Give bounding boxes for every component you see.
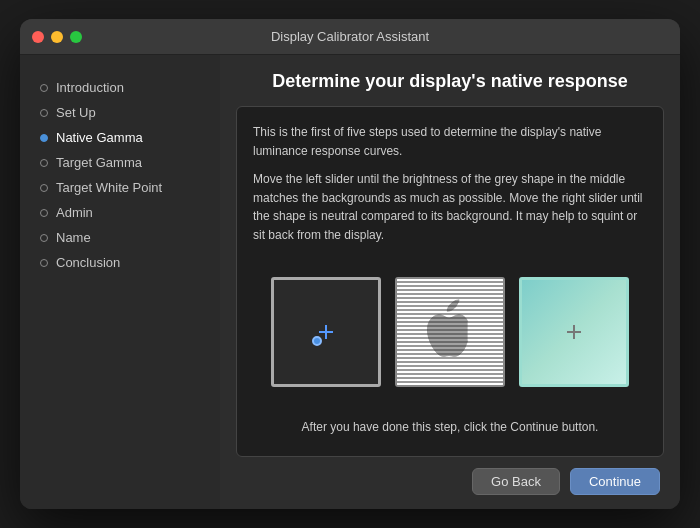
sidebar-label-setup: Set Up: [56, 105, 96, 120]
sidebar-label-introduction: Introduction: [56, 80, 124, 95]
sidebar-item-target-white-point[interactable]: Target White Point: [20, 175, 220, 200]
go-back-button[interactable]: Go Back: [472, 468, 560, 495]
minimize-button[interactable]: [51, 31, 63, 43]
main-content: Determine your display's native response…: [220, 55, 680, 509]
sidebar-label-target-gamma: Target Gamma: [56, 155, 142, 170]
close-button[interactable]: [32, 31, 44, 43]
window-title: Display Calibrator Assistant: [271, 29, 429, 44]
blue-dot-indicator: [312, 336, 322, 346]
sidebar-label-native-gamma: Native Gamma: [56, 130, 143, 145]
crosshair-icon-right: [566, 324, 582, 340]
sidebar-dot-native-gamma: [40, 134, 48, 142]
description-line1: This is the first of five steps used to …: [253, 123, 647, 160]
calibration-image-right: [519, 277, 629, 387]
sidebar-dot-name: [40, 234, 48, 242]
sidebar-label-name: Name: [56, 230, 91, 245]
sidebar-dot-setup: [40, 109, 48, 117]
description-line2: Move the left slider until the brightnes…: [253, 170, 647, 244]
sidebar-item-target-gamma[interactable]: Target Gamma: [20, 150, 220, 175]
sidebar-dot-introduction: [40, 84, 48, 92]
calibration-image-middle: [395, 277, 505, 387]
footer: Go Back Continue: [236, 457, 664, 509]
app-window: Display Calibrator Assistant Introductio…: [20, 19, 680, 509]
left-inner: [274, 280, 378, 384]
calibration-image-left: [271, 277, 381, 387]
bottom-note: After you have done this step, click the…: [253, 410, 647, 440]
sidebar-item-conclusion[interactable]: Conclusion: [20, 250, 220, 275]
sidebar-label-conclusion: Conclusion: [56, 255, 120, 270]
sidebar: Introduction Set Up Native Gamma Target …: [20, 55, 220, 509]
sidebar-item-introduction[interactable]: Introduction: [20, 75, 220, 100]
content-panel: This is the first of five steps used to …: [236, 106, 664, 457]
sidebar-dot-target-white-point: [40, 184, 48, 192]
apple-silhouette-icon: [423, 300, 478, 365]
sidebar-dot-target-gamma: [40, 159, 48, 167]
continue-button[interactable]: Continue: [570, 468, 660, 495]
sidebar-item-admin[interactable]: Admin: [20, 200, 220, 225]
sidebar-item-setup[interactable]: Set Up: [20, 100, 220, 125]
maximize-button[interactable]: [70, 31, 82, 43]
sidebar-label-admin: Admin: [56, 205, 93, 220]
sidebar-item-native-gamma[interactable]: Native Gamma: [20, 125, 220, 150]
calibration-images: [253, 269, 647, 396]
sidebar-dot-conclusion: [40, 259, 48, 267]
sidebar-item-name[interactable]: Name: [20, 225, 220, 250]
content-area: Introduction Set Up Native Gamma Target …: [20, 55, 680, 509]
stripe-pattern: [397, 279, 503, 385]
traffic-lights: [32, 31, 82, 43]
titlebar: Display Calibrator Assistant: [20, 19, 680, 55]
page-title: Determine your display's native response: [236, 71, 664, 92]
sidebar-label-target-white-point: Target White Point: [56, 180, 162, 195]
sidebar-dot-admin: [40, 209, 48, 217]
